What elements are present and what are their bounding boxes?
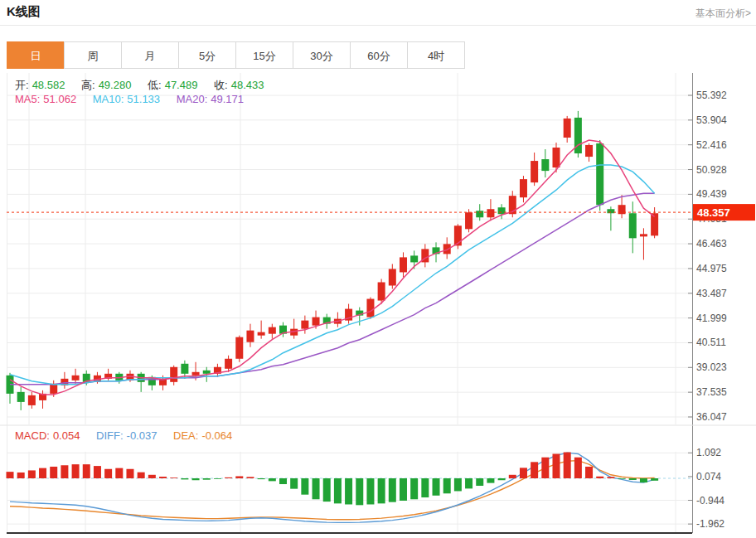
macd-bar-negative[interactable]: [498, 478, 506, 480]
candle-down[interactable]: [181, 364, 188, 374]
candle-up[interactable]: [378, 282, 385, 300]
macd-bar-positive[interactable]: [50, 467, 57, 478]
candle-up[interactable]: [258, 332, 265, 336]
macd-bar-positive[interactable]: [553, 453, 560, 478]
macd-bar-positive[interactable]: [7, 472, 14, 478]
candle-up[interactable]: [400, 257, 407, 272]
candle-up[interactable]: [170, 367, 177, 382]
macd-bar-positive[interactable]: [585, 467, 593, 478]
candle-up[interactable]: [389, 269, 396, 285]
macd-bar-positive[interactable]: [574, 458, 582, 478]
macd-bar-positive[interactable]: [596, 477, 603, 478]
candle-down[interactable]: [629, 213, 637, 238]
macd-bar-negative[interactable]: [640, 478, 647, 482]
macd-bar-negative[interactable]: [410, 478, 418, 499]
candle-up[interactable]: [640, 234, 647, 236]
macd-bar-positive[interactable]: [104, 469, 112, 478]
macd-bar-positive[interactable]: [509, 475, 516, 478]
candle-up[interactable]: [553, 148, 560, 167]
open-label: 开:: [15, 79, 29, 91]
candle-up[interactable]: [443, 244, 451, 254]
candle-down[interactable]: [596, 143, 603, 205]
macd-bar-positive[interactable]: [235, 476, 243, 478]
macd-bar-negative[interactable]: [618, 478, 626, 479]
macd-bar-positive[interactable]: [72, 464, 80, 478]
candle-up[interactable]: [465, 212, 472, 229]
macd-bar-negative[interactable]: [366, 478, 374, 504]
price-axis-label: 49.439: [696, 188, 727, 200]
macd-bar-negative[interactable]: [345, 478, 352, 504]
candle-up[interactable]: [313, 317, 320, 326]
macd-bar-negative[interactable]: [465, 478, 472, 488]
macd-bar-negative[interactable]: [214, 478, 221, 479]
macd-bar-negative[interactable]: [454, 478, 462, 491]
candle-up[interactable]: [585, 145, 593, 157]
candlestick-series[interactable]: [7, 111, 659, 410]
candle-down[interactable]: [17, 392, 25, 402]
macd-bar-positive[interactable]: [28, 470, 36, 478]
macd-bar-positive[interactable]: [607, 477, 614, 478]
macd-bar-positive[interactable]: [115, 468, 123, 478]
macd-bar-negative[interactable]: [192, 478, 200, 480]
candle-up[interactable]: [225, 359, 232, 369]
low-label: 低:: [148, 79, 162, 91]
candle-up[interactable]: [72, 376, 80, 380]
candle-up[interactable]: [192, 372, 200, 376]
macd-bar-negative[interactable]: [334, 478, 342, 503]
candle-up[interactable]: [50, 384, 57, 394]
macd-bar-negative[interactable]: [400, 478, 407, 501]
macd-bar-positive[interactable]: [564, 453, 571, 478]
macd-bar-negative[interactable]: [301, 478, 308, 495]
candle-down[interactable]: [203, 371, 211, 374]
macd-bar-positive[interactable]: [520, 468, 527, 478]
candle-down[interactable]: [498, 207, 506, 214]
macd-bar-positive[interactable]: [246, 477, 254, 478]
macd-bar-positive[interactable]: [39, 468, 46, 478]
candle-up[interactable]: [235, 337, 243, 359]
macd-bar-positive[interactable]: [531, 462, 538, 478]
candle-up[interactable]: [487, 209, 494, 217]
candle-up[interactable]: [269, 327, 276, 334]
candle-up[interactable]: [520, 179, 527, 197]
macd-bar-positive[interactable]: [225, 477, 232, 478]
macd-bar-negative[interactable]: [389, 478, 396, 502]
macd-bar-negative[interactable]: [290, 478, 298, 489]
candle-down[interactable]: [541, 159, 549, 171]
macd-bar-positive[interactable]: [83, 464, 90, 478]
macd-bar-positive[interactable]: [170, 477, 177, 478]
macd-bar-positive[interactable]: [541, 458, 549, 478]
macd-bar-positive[interactable]: [17, 473, 25, 478]
candle-down[interactable]: [410, 255, 418, 262]
macd-bar-negative[interactable]: [651, 478, 658, 481]
candle-up[interactable]: [531, 161, 538, 182]
macd-bar-positive[interactable]: [159, 477, 167, 478]
macd-bar-negative[interactable]: [629, 478, 637, 480]
macd-bar-negative[interactable]: [443, 478, 451, 493]
candle-up[interactable]: [246, 331, 254, 342]
macd-bar-negative[interactable]: [487, 478, 494, 483]
macd-bar-positive[interactable]: [61, 465, 68, 478]
macd-bar-negative[interactable]: [258, 478, 265, 479]
macd-bar-positive[interactable]: [126, 469, 133, 478]
candle-up[interactable]: [301, 321, 308, 329]
macd-bar-negative[interactable]: [356, 478, 363, 505]
macd-bar-positive[interactable]: [138, 473, 145, 478]
macd-bar-negative[interactable]: [476, 478, 483, 486]
macd-bar-negative[interactable]: [421, 478, 429, 497]
macd-bar-negative[interactable]: [181, 478, 188, 479]
candle-up[interactable]: [366, 299, 374, 317]
candle-up[interactable]: [564, 119, 571, 138]
candle-down[interactable]: [476, 211, 483, 217]
macd-bar-positive[interactable]: [94, 466, 101, 478]
macd-bar-negative[interactable]: [323, 478, 331, 502]
ma-legend: MA5:51.062 MA10:51.133 MA20:49.171: [15, 93, 247, 105]
macd-bar-negative[interactable]: [269, 478, 276, 481]
macd-bar-negative[interactable]: [378, 478, 385, 503]
macd-bar-negative[interactable]: [203, 478, 211, 480]
macd-bar-negative[interactable]: [313, 478, 320, 499]
candle-up[interactable]: [28, 395, 36, 405]
candle-up[interactable]: [651, 213, 658, 235]
macd-bar-positive[interactable]: [148, 475, 156, 478]
macd-bar-negative[interactable]: [433, 478, 440, 496]
macd-bar-negative[interactable]: [279, 478, 287, 484]
